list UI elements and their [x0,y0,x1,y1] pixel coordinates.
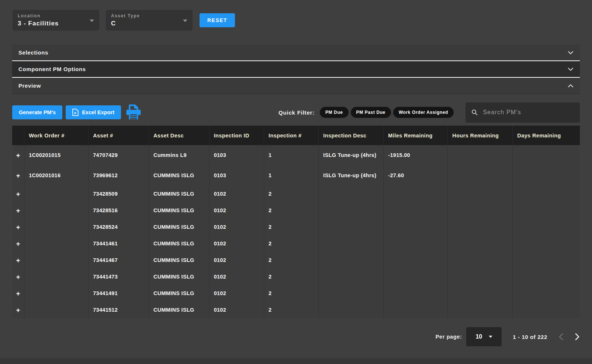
cell-asset: 73969612 [89,165,149,186]
cell-miles-remaining [384,235,448,252]
cell-asset-desc: CUMMINS ISLG [149,269,209,285]
cell-asset-desc: CUMMINS ISLG [149,285,209,302]
location-label: Location [18,13,94,18]
cell-inspection-id: 0102 [209,219,264,235]
quick-filter-chip[interactable]: PM Past Due [351,107,391,118]
cell-inspection-id: 0103 [209,165,264,186]
cell-hours-remaining [448,186,513,202]
column-header: Miles Remaining [384,126,448,145]
cell-inspection-desc [319,252,384,269]
row-expand-button[interactable]: + [12,165,24,186]
cell-asset: 73428509 [89,186,149,202]
row-expand-button[interactable]: + [12,252,24,269]
excel-export-button[interactable]: x Excel Export [66,105,121,119]
cell-asset-desc: CUMMINS ISLG [149,302,209,318]
row-expand-button[interactable]: + [12,302,24,318]
previous-page-button[interactable] [558,333,564,341]
cell-asset-desc: CUMMINS ISLG [149,252,209,269]
table-row: +73441461CUMMINS ISLG01022 [12,235,580,252]
location-select[interactable]: Location 3 - Facilities [12,10,100,31]
column-header: Asset # [89,126,149,145]
accordion-group: Selections Component PM Options Preview [12,45,580,94]
column-header: Inspection Desc [319,126,384,145]
cell-inspection-id: 0102 [209,269,264,285]
cell-hours-remaining [448,219,513,235]
cell-days-remaining [513,186,580,202]
chevron-up-icon [568,84,574,88]
accordion-selections[interactable]: Selections [12,45,580,60]
table-body: +1C0020101574707429Cummins L901031ISLG T… [12,145,580,318]
cell-work-order: 1C00201015 [24,145,89,165]
cell-work-order [24,269,89,285]
pm-preview-table: Work Order #Asset #Asset DescInspection … [12,126,580,318]
accordion-component-pm-options[interactable]: Component PM Options [12,61,580,77]
chevron-down-icon [90,20,94,22]
row-expand-button[interactable]: + [12,269,24,285]
cell-inspection-num: 2 [264,219,318,235]
cell-inspection-num: 2 [264,269,318,285]
cell-days-remaining [513,202,580,219]
accordion-preview-label: Preview [18,83,41,89]
cell-asset-desc: CUMMINS ISLG [149,165,209,186]
cell-asset-desc: CUMMINS ISLG [149,186,209,202]
cell-work-order [24,202,89,219]
chevron-left-icon [558,333,564,341]
filter-row: Location 3 - Facilities Asset Type C RES… [12,0,580,31]
accordion-preview[interactable]: Preview [12,78,580,94]
quick-filter-chip[interactable]: PM Due [320,107,349,118]
cell-work-order [24,219,89,235]
generate-pms-button[interactable]: Generate PM's [12,105,62,119]
quick-filter-group: Quick Filter: PM DuePM Past DueWork Orde… [278,107,454,118]
row-expand-button[interactable]: + [12,219,24,235]
cell-hours-remaining [448,165,513,186]
row-expand-button[interactable]: + [12,202,24,219]
print-button[interactable] [125,103,142,122]
cell-miles-remaining: -1915.00 [384,145,448,165]
asset-type-select[interactable]: Asset Type C [105,10,193,31]
cell-days-remaining [513,269,580,285]
cell-hours-remaining [448,145,513,165]
cell-work-order [24,186,89,202]
pagination-range: 1 - 10 of 222 [513,334,547,340]
pm-preview-page: Location 3 - Facilities Asset Type C RES… [0,0,592,364]
column-header: Asset Desc [149,126,209,145]
cell-inspection-desc [319,269,384,285]
excel-export-label: Excel Export [82,109,114,115]
cell-inspection-id: 0102 [209,202,264,219]
cell-inspection-desc [319,202,384,219]
row-expand-button[interactable]: + [12,235,24,252]
cell-asset-desc: CUMMINS ISLG [149,219,209,235]
cell-miles-remaining [384,302,448,318]
next-page-button[interactable] [575,333,580,341]
cell-asset: 73441461 [89,235,149,252]
column-header: Hours Remaining [448,126,513,145]
search-input[interactable] [483,109,574,116]
per-page-select[interactable]: 10 [466,327,502,346]
cell-asset: 73441473 [89,269,149,285]
quick-filter-chip[interactable]: Work Order Assigned [393,107,454,118]
cell-hours-remaining [448,269,513,285]
reset-button[interactable]: RESET [200,13,235,27]
row-expand-button[interactable]: + [12,145,24,165]
cell-days-remaining [513,219,580,235]
cell-miles-remaining [384,252,448,269]
search-box[interactable] [465,102,580,123]
cell-inspection-num: 1 [264,145,318,165]
chevron-down-icon [183,20,187,22]
row-expand-button[interactable]: + [12,285,24,302]
cell-inspection-num: 1 [264,165,318,186]
cell-asset-desc: CUMMINS ISLG [149,202,209,219]
table-row: +73441473CUMMINS ISLG01022 [12,269,580,285]
cell-inspection-desc [319,219,384,235]
printer-icon [125,103,142,122]
column-header: Inspection ID [209,126,264,145]
cell-asset: 73441491 [89,285,149,302]
table-row: +73441467CUMMINS ISLG01022 [12,252,580,269]
table-row: +1C0020101673969612CUMMINS ISLG01031ISLG… [12,165,580,186]
row-expand-button[interactable]: + [12,186,24,202]
excel-file-icon: x [72,109,79,116]
pagination-bar: Per page: 10 1 - 10 of 222 [12,327,580,346]
cell-work-order [24,285,89,302]
cell-inspection-id: 0102 [209,302,264,318]
column-header: Days Remaining [513,126,580,145]
